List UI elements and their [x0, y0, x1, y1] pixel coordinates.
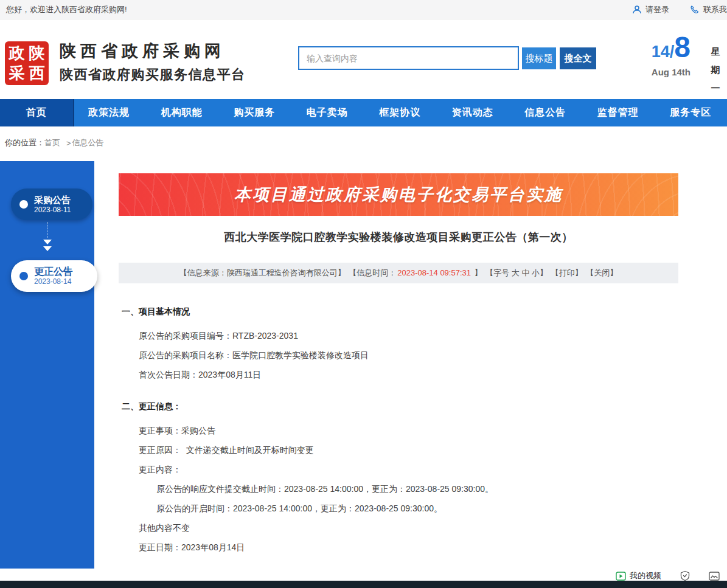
platform-banner: 本项目通过政府采购电子化交易平台实施 — [119, 173, 678, 216]
phone-icon — [690, 5, 700, 15]
section-heading: 一、项目基本情况 — [119, 302, 678, 321]
site-subtitle: 陕西省政府购买服务信息平台 — [60, 66, 246, 84]
weekday-label: 星期一 — [709, 43, 722, 97]
search-input[interactable] — [298, 46, 519, 70]
date-month: 8 — [674, 31, 690, 63]
nav-item-supervision[interactable]: 监督管理 — [582, 99, 655, 126]
sidebar-item-procurement-notice[interactable]: 采购公告 2023-08-11 — [11, 189, 92, 220]
body-line: 其他内容不变 — [119, 518, 678, 538]
article-content: 本项目通过政府采购电子化交易平台实施 西北大学医学院口腔教学实验楼装修改造项目采… — [119, 159, 678, 557]
contact-label: 联系我 — [703, 4, 727, 15]
nav-item-news[interactable]: 资讯动态 — [436, 99, 509, 126]
breadcrumb: 你的位置： 首页 > 信息公告 — [0, 126, 727, 159]
article-body: 一、项目基本情况 原公告的采购项目编号：RTZB-2023-2031 原公告的采… — [119, 302, 678, 557]
bullet-dot-icon — [19, 272, 28, 280]
date-english: Aug 14th — [627, 67, 690, 77]
body-line: 首次公告日期：2023年08月11日 — [119, 365, 678, 384]
site-title: 陕西省政府采购网 — [60, 40, 225, 62]
breadcrumb-home-link[interactable]: 首页 — [44, 137, 60, 148]
body-line: 更正事项：采购公告 — [119, 421, 678, 440]
login-link[interactable]: 请登录 — [632, 4, 669, 15]
banner-text: 本项目通过政府采购电子化交易平台实施 — [234, 184, 563, 206]
play-video-icon — [616, 572, 626, 581]
bullet-dot-icon — [19, 200, 28, 209]
section-heading: 二、更正信息： — [119, 396, 678, 416]
body-line: 更正日期：2023年08月14日 — [119, 538, 678, 557]
date-display: 14/8 — [627, 30, 690, 64]
search-title-button[interactable]: 搜标题 — [522, 47, 556, 69]
logo-char: 采 — [7, 64, 26, 83]
contact-link[interactable]: 联系我 — [690, 4, 727, 15]
print-button[interactable]: 【打印】 — [551, 268, 583, 277]
my-video-widget[interactable]: 我的视频 — [616, 570, 661, 581]
nav-item-announcements[interactable]: 信息公告 — [509, 99, 582, 126]
date-day: 14 — [652, 43, 670, 61]
nav-item-policies[interactable]: 政策法规 — [73, 99, 146, 126]
article-title: 西北大学医学院口腔教学实验楼装修改造项目采购更正公告（第一次） — [119, 228, 678, 246]
page: 您好，欢迎进入陕西省政府采购网! 请登录 联系我 政 陕 采 西 — [0, 0, 727, 588]
font-size-controls[interactable]: 【字号 大 中 小】 — [485, 268, 548, 277]
article-meta-bar: 【信息来源：陕西瑞通工程造价咨询有限公司】 【信息时间：2023-08-14 0… — [119, 263, 678, 283]
sidebar-item-date: 2023-08-11 — [34, 206, 71, 215]
my-video-label: 我的视频 — [630, 570, 661, 581]
logo-char: 西 — [27, 64, 46, 83]
body-line: 更正原因： 文件递交截止时间及开标时间变更 — [119, 440, 678, 460]
nav-item-service-zone[interactable]: 服务专区 — [655, 99, 727, 126]
search-fulltext-button[interactable]: 搜全文 — [560, 47, 596, 69]
meta-time-prefix: 【信息时间： — [349, 268, 396, 277]
topbar-right: 请登录 联系我 — [632, 0, 727, 19]
logo-char: 政 — [7, 44, 26, 63]
body-line: 原公告的采购项目名称：医学院口腔教学实验楼装修改造项目 — [119, 345, 678, 365]
main-nav: 首页 政策法规 机构职能 购买服务 电子卖场 框架协议 资讯动态 信息公告 监督… — [0, 99, 727, 126]
logo-char: 陕 — [27, 44, 46, 63]
shield-icon[interactable] — [680, 570, 690, 581]
header: 政 陕 采 西 陕西省政府采购网 陕西省政府购买服务信息平台 搜标题 搜全文 1… — [0, 19, 727, 99]
body-line: 更正内容： — [119, 460, 678, 479]
timeline-arrow-down-icon — [0, 222, 94, 258]
nav-item-home[interactable]: 首页 — [0, 99, 73, 126]
sidebar-item-correction-notice[interactable]: 更正公告 2023-08-14 — [11, 260, 97, 292]
nav-item-framework-agreements[interactable]: 框架协议 — [364, 99, 437, 126]
sidebar-item-date: 2023-08-14 — [34, 277, 73, 286]
meta-time-value: 2023-08-14 09:57:31 — [397, 268, 471, 277]
close-button[interactable]: 【关闭】 — [586, 268, 617, 277]
nav-item-purchase-services[interactable]: 购买服务 — [218, 99, 291, 126]
breadcrumb-separator: > — [66, 139, 71, 148]
body-line: 原公告的采购项目编号：RTZB-2023-2031 — [119, 326, 678, 345]
footer-bar — [0, 581, 727, 588]
meta-time-suffix: 】 — [472, 268, 482, 277]
user-icon — [632, 5, 642, 15]
breadcrumb-current: 信息公告 — [72, 137, 104, 148]
welcome-text: 您好，欢迎进入陕西省政府采购网! — [6, 4, 127, 15]
main-area: 采购公告 2023-08-11 更正公告 2023-08-14 本项目通过政府采… — [0, 159, 727, 581]
sidebar-item-label: 采购公告 — [34, 194, 71, 206]
notice-timeline-sidebar: 采购公告 2023-08-11 更正公告 2023-08-14 — [0, 161, 94, 569]
top-bar: 您好，欢迎进入陕西省政府采购网! 请登录 联系我 — [0, 0, 727, 19]
site-logo-seal[interactable]: 政 陕 采 西 — [5, 41, 49, 85]
meta-source: 【信息来源：陕西瑞通工程造价咨询有限公司】 — [179, 268, 346, 277]
image-icon[interactable] — [709, 572, 720, 581]
login-label: 请登录 — [645, 4, 669, 15]
breadcrumb-prefix: 你的位置： — [5, 137, 44, 148]
body-line: 原公告的开启时间：2023-08-25 14:00:00，更正为：2023-08… — [119, 499, 678, 518]
nav-item-e-marketplace[interactable]: 电子卖场 — [291, 99, 364, 126]
nav-item-functions[interactable]: 机构职能 — [145, 99, 218, 126]
body-line: 原公告的响应文件提交截止时间：2023-08-25 14:00:00，更正为：2… — [119, 479, 678, 499]
sidebar-item-label: 更正公告 — [34, 266, 73, 277]
